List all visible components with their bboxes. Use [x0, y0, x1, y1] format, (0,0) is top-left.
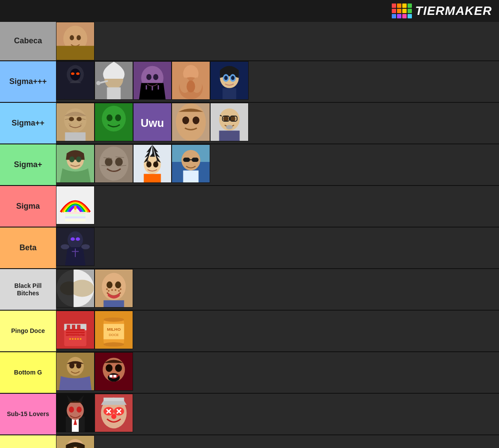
svg-point-68 [99, 147, 128, 181]
tier-content-sub15 [56, 394, 499, 434]
tier-card[interactable] [56, 22, 95, 60]
tier-card[interactable] [95, 269, 133, 308]
card-image [172, 103, 210, 141]
cabeca-face-svg [56, 22, 94, 60]
tier-card[interactable] [56, 61, 95, 100]
tier-card[interactable]: Uwu [133, 103, 172, 141]
svg-rect-130 [66, 329, 85, 331]
tier-card[interactable] [210, 103, 249, 141]
tier-label-bpb: Black Pill Bitches [0, 269, 56, 310]
svg-point-168 [111, 414, 116, 419]
svg-point-9 [76, 72, 80, 75]
svg-point-100 [81, 244, 90, 249]
tier-card[interactable] [56, 144, 95, 183]
svg-point-61 [226, 125, 233, 130]
logo-cell [402, 9, 407, 13]
tier-card[interactable] [95, 394, 133, 432]
svg-rect-121 [104, 300, 124, 307]
tier-row-cabeca: Cabeca [0, 22, 499, 61]
tier-card[interactable] [133, 61, 172, 100]
svg-point-65 [69, 156, 74, 162]
tier-content-sigma1 [56, 144, 499, 185]
card-image [56, 394, 94, 432]
svg-rect-149 [109, 375, 112, 378]
tier-row-bottomg: Bottom G [0, 352, 499, 394]
tier-label-woman: Woman [0, 435, 56, 448]
tier-label-cabeca: Cabeca [0, 22, 56, 60]
tier-label-beta: Beta [0, 228, 56, 268]
tier-card[interactable] [56, 435, 95, 448]
svg-rect-94 [65, 216, 86, 218]
tier-content-woman [56, 435, 499, 448]
card-image [56, 270, 94, 307]
card-image [56, 145, 94, 182]
svg-point-45 [102, 106, 126, 132]
card-image [95, 353, 133, 390]
svg-point-47 [115, 114, 121, 121]
svg-point-80 [146, 161, 151, 168]
tier-card[interactable]: comcorts ★★★★★ [56, 311, 95, 349]
svg-point-147 [115, 364, 122, 372]
svg-rect-4 [56, 46, 94, 60]
card-image [95, 394, 133, 432]
card-image [95, 145, 133, 182]
card-image [56, 62, 94, 99]
svg-rect-92 [65, 212, 86, 214]
logo-cell [408, 4, 412, 8]
svg-point-101 [70, 238, 75, 241]
logo-cell [392, 9, 396, 13]
tier-card[interactable] [95, 103, 133, 141]
svg-point-96 [74, 206, 77, 210]
tier-card[interactable] [133, 144, 172, 183]
svg-point-114 [115, 281, 121, 288]
card-image [56, 353, 94, 390]
card-image: Uwu [134, 103, 171, 141]
svg-point-46 [106, 114, 112, 121]
card-image: comcorts ★★★★★ [56, 311, 94, 349]
card-image [172, 145, 210, 182]
tier-card[interactable] [172, 61, 210, 100]
svg-point-142 [69, 362, 74, 368]
card-image [211, 62, 248, 99]
tier-card[interactable] [56, 186, 95, 224]
tier-card[interactable] [56, 352, 95, 391]
svg-point-113 [106, 281, 112, 288]
svg-rect-110 [56, 270, 74, 307]
tier-row-sigma2: Sigma++ [0, 103, 499, 144]
svg-point-17 [146, 74, 151, 80]
svg-rect-126 [72, 325, 75, 329]
svg-rect-43 [65, 132, 86, 141]
svg-rect-62 [219, 131, 240, 141]
muscle-svg [172, 62, 210, 99]
tier-card[interactable] [172, 103, 210, 141]
tier-card[interactable] [95, 61, 133, 100]
svg-point-32 [224, 76, 228, 80]
tier-card[interactable] [56, 228, 95, 266]
tier-card[interactable] [95, 144, 133, 183]
tier-content-bottomg [56, 352, 499, 393]
tier-label-sigma1: Sigma+ [0, 144, 56, 185]
svg-point-115 [106, 288, 108, 290]
svg-point-119 [111, 289, 113, 291]
svg-rect-12 [107, 88, 120, 99]
svg-rect-86 [183, 158, 190, 162]
devil-svg [56, 394, 94, 432]
header: TiERMAKER [0, 0, 499, 22]
tier-card[interactable] [210, 61, 249, 100]
svg-point-3 [77, 35, 81, 40]
hulk-svg [95, 103, 133, 141]
tier-card[interactable] [56, 269, 95, 308]
goku-svg [134, 145, 171, 182]
logo-cell [402, 14, 407, 18]
tier-card[interactable] [95, 352, 133, 391]
tier-card[interactable]: MILHO DOCE [95, 311, 133, 349]
tiermaker-logo: TiERMAKER [392, 4, 492, 18]
tier-card[interactable] [56, 103, 95, 141]
stone-svg [95, 145, 133, 182]
card-image [95, 62, 133, 99]
svg-rect-131 [66, 332, 85, 333]
tier-card[interactable] [172, 144, 210, 183]
svg-point-98 [67, 231, 83, 248]
tier-card[interactable] [56, 394, 95, 432]
svg-point-139 [104, 342, 124, 346]
